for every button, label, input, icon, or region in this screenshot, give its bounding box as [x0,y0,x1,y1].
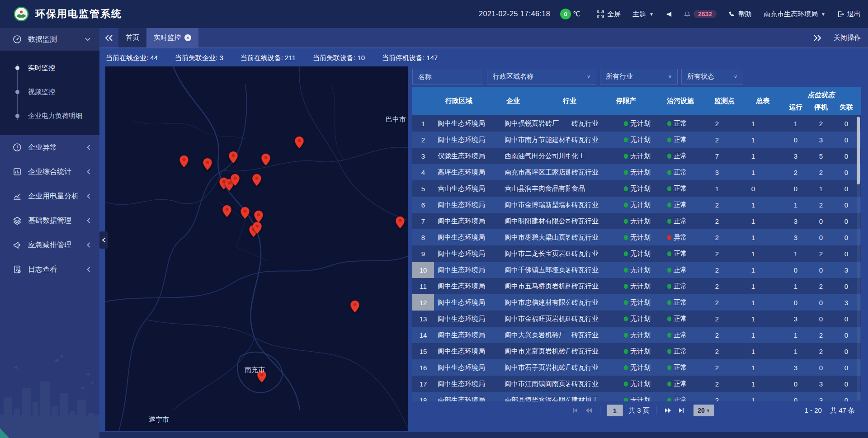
cell-facility: 正常 [654,168,699,177]
status-dot [667,154,671,159]
row-number: 11 [412,278,434,294]
sidebar-item-enterprise-abnormal[interactable]: 企业异常 [0,135,99,160]
map-pin-icon[interactable] [231,174,240,186]
map-pin-icon[interactable] [261,153,271,166]
cell-district: 阆中生态环境局 [434,119,502,128]
region-select[interactable]: 行政区域名称 ∨ [487,69,596,85]
cell-lost: 0 [834,364,859,372]
table-row[interactable]: 7阆中生态环境局阆中明阳建材有限公司砖瓦行业无计划正常21300 [412,213,861,229]
table-row[interactable]: 12阆中生态环境局阆中市忠信建材有限公砖瓦行业无计划正常21003 [412,294,861,311]
chart-icon [13,192,22,201]
page-number-input[interactable] [607,405,623,416]
close-icon[interactable]: ✕ [184,34,191,41]
table-row[interactable]: 16阆中生态环境局阆中市石子页岩机砖厂砖瓦行业无计划正常21300 [412,359,861,376]
sidebar-item-data-monitor[interactable]: 数据监测 [0,28,99,51]
sidebar-item-power-analysis[interactable]: 企业用电量分析 [0,184,99,208]
exit-button[interactable]: 退出 [837,10,861,19]
help-button[interactable]: 帮助 [728,10,752,19]
cell-down: 1 [808,185,834,193]
tabs-scroll-left-button[interactable] [99,28,118,47]
table-row[interactable]: 1阆中生态环境局阆中强锐页岩砖厂砖瓦行业无计划正常21120 [412,115,861,132]
map-pin-icon[interactable] [203,158,212,170]
map-pin-icon[interactable] [257,370,267,383]
table-row[interactable]: 17阆中生态环境局阆中市江南镇阆南页岩砖瓦行业无计划正常21030 [412,376,861,392]
sidebar-subitem[interactable]: 企业电力负荷明细 [0,104,99,128]
table-row[interactable]: 11阆中生态环境局阆中市五马桥页岩机砖砖瓦行业无计划正常21120 [412,278,861,294]
prev-page-button[interactable] [584,407,594,414]
tab-home[interactable]: 首页 [118,28,146,47]
cell-points: 3 [699,169,735,176]
col-facility: 治污设施 [656,87,705,115]
status-dot [667,203,671,207]
divider [600,406,600,414]
table-row[interactable]: 9阆中生态环境局阆中市二龙长宝页岩砖砖瓦行业无计划正常21120 [412,245,861,262]
table-row[interactable]: 4高坪生态环境局南充市高坪区王家店建砖瓦行业无计划正常31220 [412,164,861,180]
table-row[interactable]: 6阆中生态环境局阆中市金博瑞新型墙材砖瓦行业无计划正常21120 [412,197,861,213]
sound-toggle[interactable] [665,11,672,18]
cell-company: 阆中千佛镇五郎垭页岩 [502,266,570,274]
name-search-input[interactable] [412,69,483,85]
sidebar-subitem[interactable]: 视频监控 [0,80,99,104]
next-page-button[interactable] [663,407,673,414]
stat-label: 当前失联企业: [175,54,219,61]
table-row[interactable]: 18南部生态环境局南部县恒华水泥有限公建材加工无计划正常21030 [412,392,861,401]
stat-item: 当前失联设备: 10 [313,54,365,62]
fullscreen-button[interactable]: 全屏 [597,10,621,19]
table-scrollbar [857,117,860,400]
alert-icon [13,143,22,152]
map-pin-icon[interactable] [252,174,262,186]
pagination-bar: 共 3 页 20 ∨ 1 - 20 共 47 条 [412,401,861,419]
sidebar-item-label: 企业综合统计 [28,167,71,177]
last-page-button[interactable] [676,407,686,414]
table-row[interactable]: 2阆中生态环境局阆中市南方节能建材有砖瓦行业无计划正常21030 [412,132,861,148]
row-number: 15 [412,343,434,359]
page-size-select[interactable]: 20 ∨ [693,405,714,416]
table-row[interactable]: 3仪陇生态环境局西南油气田分公司川中化工无计划正常71350 [412,148,861,164]
cell-industry: 砖瓦行业 [570,136,603,144]
first-page-button[interactable] [570,407,580,414]
close-operations-button[interactable]: 关闭操作 [834,33,861,42]
sidebar-item-enterprise-statistics[interactable]: 企业综合统计 [0,160,99,184]
chevron-left-icon [87,145,90,150]
table-row[interactable]: 8阆中生态环境局阆中市枣碧大梁山页岩砖瓦行业无计划异常21300 [412,229,861,245]
table-row[interactable]: 5营山生态环境局营山县润丰肉食品有限食品无计划正常10010 [412,180,861,197]
map-pin-icon[interactable] [396,216,405,229]
sidebar-item-base-data[interactable]: 基础数据管理 [0,208,99,233]
cell-company: 阆中市石子页岩机砖厂 [502,363,570,372]
map-pin-icon[interactable] [229,151,238,164]
map-pin-icon[interactable] [222,205,232,217]
map-pin-icon[interactable] [253,221,262,234]
table-row[interactable]: 10阆中生态环境局阆中千佛镇五郎垭页岩砖瓦行业无计划正常21003 [412,262,861,278]
cell-points: 2 [699,364,735,372]
table-row[interactable]: 13阆中生态环境局阆中市金福旺页岩机砖砖瓦行业无计划正常21300 [412,311,861,327]
cell-lost: 0 [834,250,859,258]
tabs-scroll-right-button[interactable] [814,35,821,41]
map-pin-icon[interactable] [254,210,264,223]
cell-lost: 0 [834,380,859,388]
sidebar-collapse-handle[interactable] [99,231,108,249]
tab-realtime-monitor[interactable]: 实时监控 ✕ [146,28,198,47]
map-pin-icon[interactable] [179,155,189,168]
status-dot [667,333,671,338]
scrollbar-thumb[interactable] [857,117,860,184]
row-number: 8 [412,229,434,245]
status-select[interactable]: 所有状态 ∨ [681,69,743,85]
map-pin-icon[interactable] [241,207,250,219]
status-dot [624,300,628,305]
cell-plan: 无计划 [603,331,654,339]
sidebar-item-emergency-reduction[interactable]: 应急减排管理 [0,233,99,257]
table-row[interactable]: 15阆中生态环境局阆中市光富页岩机砖厂砖瓦行业无计划正常21120 [412,343,861,359]
map-pin-icon[interactable] [350,300,360,313]
notifications[interactable]: 2632 [684,10,717,18]
map-pin-icon[interactable] [295,136,304,149]
cell-run: 1 [783,331,808,339]
sidebar-item-log-view[interactable]: 日志查看 [0,257,99,282]
theme-dropdown[interactable]: 主题 ▼ [632,10,654,19]
org-dropdown[interactable]: 南充市生态环境局 ▼ [764,10,826,19]
map[interactable]: 巴中市南充市遂宁市 [105,66,408,431]
cell-lost: 3 [834,299,859,306]
sidebar-subitem[interactable]: 实时监控 [0,56,99,80]
industry-select[interactable]: 所有行业 ∨ [600,69,678,85]
table-row[interactable]: 14阆中生态环境局阆中大兴页岩机砖厂砖瓦行业无计划正常21120 [412,327,861,343]
cell-meters: 1 [735,315,771,323]
